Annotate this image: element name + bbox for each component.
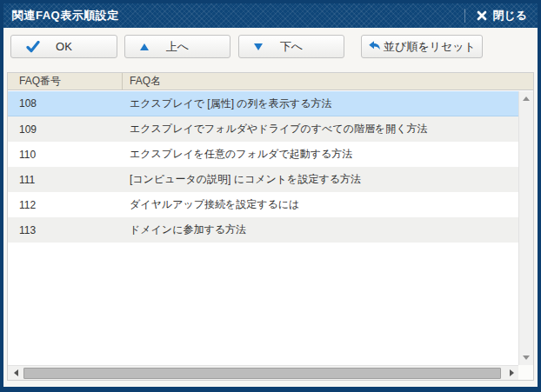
reset-order-button[interactable]: 並び順をリセット [361,35,483,58]
faq-number-cell: 112 [8,192,123,217]
horizontal-scrollbar-thumb[interactable] [23,368,501,379]
titlebar-separator [464,9,465,23]
faq-table: FAQ番号 FAQ名 108 エクスプレイで [属性] の列を表示する方法 10… [7,72,534,381]
faq-name-cell: ダイヤルアップ接続を設定するには [123,192,518,217]
table-row[interactable]: 108 エクスプレイで [属性] の列を表示する方法 [8,91,518,116]
check-icon [26,41,40,53]
scroll-down-icon[interactable] [519,355,533,360]
faq-order-dialog: 関連FAQ表示順設定 閉じる OK 上へ [0,0,541,392]
move-up-button[interactable]: 上へ [124,35,230,58]
faq-number-cell: 109 [8,116,123,142]
column-header-faq-name[interactable]: FAQ名 [123,73,533,90]
faq-name-cell: ドメインに参加する方法 [123,217,518,243]
triangle-down-icon [254,43,263,50]
scrollbar-corner [518,365,533,380]
faq-name-cell: [コンピュータの説明] にコメントを設定する方法 [123,167,518,192]
move-down-button[interactable]: 下へ [238,35,344,58]
scroll-up-icon[interactable] [519,96,533,101]
faq-name-cell: エクスプレイを任意のフォルダで起動する方法 [123,142,518,167]
faq-name-cell: エクスプレイで [属性] の列を表示する方法 [123,91,518,116]
reset-order-label: 並び順をリセット [384,39,476,55]
table-row[interactable]: 109 エクスプレイでフォルダやドライブのすべての階層を開く方法 [8,116,518,142]
faq-number-cell: 108 [8,91,123,116]
table-header-row: FAQ番号 FAQ名 [8,73,533,90]
move-up-label: 上へ [166,39,189,55]
titlebar: 関連FAQ表示順設定 閉じる [3,3,538,28]
table-row[interactable]: 111 [コンピュータの説明] にコメントを設定する方法 [8,167,518,192]
toolbar: OK 上へ 下へ 並び順をリセット [10,35,534,58]
triangle-up-icon [140,43,149,50]
ok-button[interactable]: OK [10,35,117,58]
undo-arrow-icon [368,40,381,53]
vertical-scrollbar[interactable] [518,91,533,365]
close-x-icon [477,10,487,21]
table-body: 108 エクスプレイで [属性] の列を表示する方法 109 エクスプレイでフォ… [8,91,518,365]
faq-number-cell: 113 [8,217,123,243]
horizontal-scrollbar[interactable] [8,365,518,380]
faq-number-cell: 111 [8,167,123,192]
dialog-title: 関連FAQ表示順設定 [12,8,464,23]
table-row[interactable]: 113 ドメインに参加する方法 [8,217,518,243]
close-button[interactable]: 閉じる [477,8,527,23]
table-row[interactable]: 112 ダイヤルアップ接続を設定するには [8,192,518,217]
scroll-right-icon[interactable] [504,369,518,376]
scroll-left-icon[interactable] [8,369,23,376]
column-header-faq-number[interactable]: FAQ番号 [8,73,123,90]
faq-name-cell: エクスプレイでフォルダやドライブのすべての階層を開く方法 [123,116,518,142]
close-label: 閉じる [492,8,527,23]
move-down-label: 下へ [280,39,303,55]
dialog-content: OK 上へ 下へ 並び順をリセット FAQ番号 [3,28,538,387]
table-row[interactable]: 110 エクスプレイを任意のフォルダで起動する方法 [8,142,518,167]
faq-number-cell: 110 [8,142,123,167]
ok-label: OK [56,40,72,53]
